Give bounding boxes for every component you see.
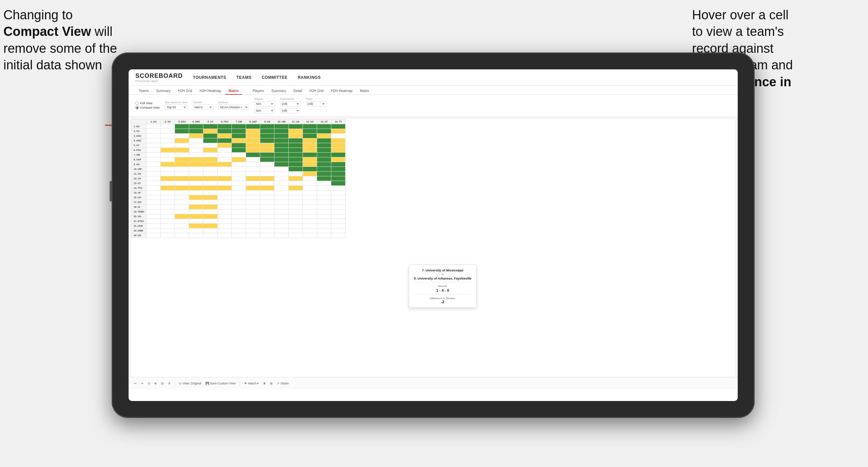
- matrix-cell[interactable]: [289, 167, 303, 172]
- matrix-cell[interactable]: [161, 228, 175, 233]
- matrix-cell[interactable]: [161, 172, 175, 176]
- matrix-cell[interactable]: [303, 148, 317, 153]
- matrix-cell[interactable]: [189, 138, 203, 143]
- matrix-cell[interactable]: [317, 148, 331, 153]
- matrix-cell[interactable]: [246, 143, 260, 148]
- matrix-cell[interactable]: [147, 134, 161, 138]
- nav-committee[interactable]: COMMITTEE: [262, 75, 288, 80]
- matrix-cell[interactable]: [161, 233, 175, 238]
- conference-select-2[interactable]: (All): [280, 108, 301, 113]
- matrix-cell[interactable]: [232, 134, 246, 138]
- matrix-cell[interactable]: [274, 143, 289, 148]
- matrix-cell[interactable]: [331, 176, 346, 181]
- matrix-cell[interactable]: [232, 138, 246, 143]
- matrix-cell[interactable]: [317, 157, 331, 162]
- matrix-cell[interactable]: [289, 224, 303, 228]
- matrix-cell[interactable]: [303, 233, 317, 238]
- matrix-cell[interactable]: [274, 138, 289, 143]
- matrix-cell[interactable]: [331, 224, 346, 228]
- matrix-cell[interactable]: [303, 138, 317, 143]
- matrix-cell[interactable]: [331, 124, 346, 129]
- matrix-cell[interactable]: [147, 162, 161, 167]
- matrix-cell[interactable]: [147, 195, 161, 200]
- matrix-cell[interactable]: [303, 134, 317, 138]
- matrix-cell[interactable]: [189, 209, 203, 214]
- matrix-cell[interactable]: [189, 148, 203, 153]
- matrix-cell[interactable]: [289, 205, 303, 209]
- matrix-cell[interactable]: [203, 228, 218, 233]
- matrix-cell[interactable]: [161, 153, 175, 157]
- matrix-cell[interactable]: [218, 138, 232, 143]
- matrix-cell[interactable]: [232, 186, 246, 191]
- conference-select[interactable]: (All): [280, 101, 301, 107]
- matrix-cell[interactable]: [246, 124, 260, 129]
- matrix-cell[interactable]: [203, 195, 218, 200]
- matrix-cell[interactable]: [161, 205, 175, 209]
- matrix-cell[interactable]: [274, 148, 289, 153]
- matrix-cell[interactable]: [331, 191, 346, 195]
- matrix-cell[interactable]: [274, 228, 289, 233]
- matrix-cell[interactable]: [331, 209, 346, 214]
- matrix-cell[interactable]: [303, 191, 317, 195]
- matrix-cell[interactable]: [175, 124, 189, 129]
- matrix-cell[interactable]: [260, 143, 274, 148]
- matrix-cell[interactable]: [189, 233, 203, 238]
- compact-view-radio[interactable]: [135, 106, 139, 109]
- matrix-cell[interactable]: [218, 129, 232, 134]
- toolbar-redo[interactable]: ↪: [141, 382, 143, 385]
- nav-tournaments[interactable]: TOURNAMENTS: [193, 75, 226, 80]
- matrix-cell[interactable]: [260, 148, 274, 153]
- matrix-cell[interactable]: [147, 172, 161, 176]
- matrix-cell[interactable]: [175, 191, 189, 195]
- matrix-cell[interactable]: [331, 153, 346, 157]
- matrix-cell[interactable]: [203, 124, 218, 129]
- matrix-cell[interactable]: [303, 157, 317, 162]
- matrix-cell[interactable]: [218, 200, 232, 205]
- compact-view-option[interactable]: Compact View: [135, 106, 160, 109]
- matrix-cell[interactable]: [274, 124, 289, 129]
- matrix-cell[interactable]: [232, 191, 246, 195]
- matrix-cell[interactable]: [232, 195, 246, 200]
- matrix-cell[interactable]: [331, 138, 346, 143]
- matrix-cell[interactable]: [289, 214, 303, 219]
- matrix-cell[interactable]: [147, 191, 161, 195]
- matrix-cell[interactable]: [246, 214, 260, 219]
- matrix-cell[interactable]: [260, 186, 274, 191]
- matrix-cell[interactable]: [303, 228, 317, 233]
- matrix-cell[interactable]: [147, 205, 161, 209]
- matrix-cell[interactable]: [189, 219, 203, 224]
- matrix-cell[interactable]: [246, 138, 260, 143]
- tab-matrix[interactable]: Matrix: [225, 88, 242, 95]
- matrix-cell[interactable]: [189, 200, 203, 205]
- matrix-cell[interactable]: [246, 209, 260, 214]
- matrix-cell[interactable]: [317, 162, 331, 167]
- matrix-cell[interactable]: [289, 129, 303, 134]
- matrix-cell[interactable]: [203, 162, 218, 167]
- matrix-cell[interactable]: [232, 176, 246, 181]
- matrix-cell[interactable]: [147, 228, 161, 233]
- matrix-cell[interactable]: [289, 172, 303, 176]
- matrix-cell[interactable]: [331, 219, 346, 224]
- full-view-option[interactable]: Full View: [135, 102, 160, 105]
- matrix-cell[interactable]: [303, 205, 317, 209]
- matrix-cell[interactable]: [303, 181, 317, 186]
- matrix-cell[interactable]: [175, 233, 189, 238]
- matrix-cell[interactable]: [303, 162, 317, 167]
- matrix-cell[interactable]: [189, 224, 203, 228]
- matrix-cell[interactable]: [260, 162, 274, 167]
- matrix-cell[interactable]: [260, 172, 274, 176]
- matrix-cell[interactable]: [175, 167, 189, 172]
- matrix-cell[interactable]: [189, 167, 203, 172]
- matrix-cell[interactable]: [331, 214, 346, 219]
- matrix-cell[interactable]: [246, 153, 260, 157]
- matrix-cell[interactable]: [232, 129, 246, 134]
- matrix-cell[interactable]: [317, 172, 331, 176]
- matrix-cell[interactable]: [303, 143, 317, 148]
- matrix-cell[interactable]: [303, 172, 317, 176]
- matrix-cell[interactable]: [161, 186, 175, 191]
- matrix-cell[interactable]: [218, 219, 232, 224]
- matrix-cell[interactable]: [203, 214, 218, 219]
- matrix-cell[interactable]: [232, 153, 246, 157]
- matrix-cell[interactable]: [203, 134, 218, 138]
- matrix-cell[interactable]: [147, 153, 161, 157]
